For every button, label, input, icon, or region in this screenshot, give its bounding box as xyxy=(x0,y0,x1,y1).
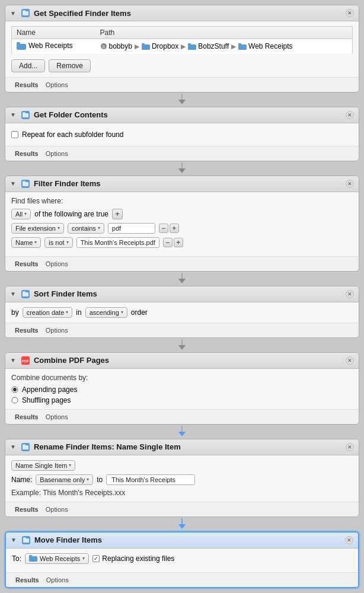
tab-options[interactable]: Options xyxy=(43,575,72,585)
filter-operator-select-2[interactable]: is not ▾ xyxy=(44,237,72,248)
collapse-button[interactable]: ▼ xyxy=(10,111,16,118)
close-button[interactable]: ✕ xyxy=(346,180,354,188)
block-combine-pdf-pages: ▼ PDF Combine PDF Pages ✕ Combine docume… xyxy=(5,352,359,425)
svg-rect-12 xyxy=(238,43,241,45)
tab-results[interactable]: Results xyxy=(11,149,42,158)
svg-marker-14 xyxy=(178,100,186,104)
name-type-select[interactable]: Basename only ▾ xyxy=(36,474,93,485)
tab-options[interactable]: Options xyxy=(42,326,72,335)
tab-options[interactable]: Options xyxy=(42,80,72,90)
finder-icon xyxy=(21,442,30,452)
remove-filter-button-2[interactable]: − xyxy=(163,238,173,247)
block-get-folder-contents: ▼ Get Folder Contents ✕ Repeat for each … xyxy=(5,107,359,161)
example-value: This Month's Receipts.xxx xyxy=(43,489,125,497)
filter-field-select-2[interactable]: Name ▾ xyxy=(11,237,41,248)
svg-point-34 xyxy=(12,397,18,403)
connector-6 xyxy=(0,517,364,531)
block-title: Combine PDF Pages xyxy=(34,356,354,365)
add-filter-button-1[interactable]: + xyxy=(170,224,179,233)
find-label: Find files where: xyxy=(11,197,353,205)
sort-field-select[interactable]: creation date ▾ xyxy=(23,307,73,318)
block-sort-finder-items: ▼ Sort Finder Items ✕ by creation date ▾… xyxy=(5,286,359,338)
block-rename-finder-items: ▼ Rename Finder Items: Name Single Item … xyxy=(5,439,359,517)
sort-order-select[interactable]: ascending ▾ xyxy=(85,307,127,318)
filter-value-2[interactable]: This Month's Receipts.pdf xyxy=(76,237,159,248)
block-footer: Results Options xyxy=(5,323,359,337)
connector-1 xyxy=(0,93,364,107)
example-label: Example: xyxy=(11,489,41,497)
tab-results[interactable]: Results xyxy=(11,80,42,90)
radio-selected-icon[interactable] xyxy=(11,386,18,393)
svg-text:PDF: PDF xyxy=(22,359,29,363)
chevron-down-icon: ▾ xyxy=(34,240,37,245)
svg-rect-10 xyxy=(188,43,191,45)
add-filter-button-2[interactable]: + xyxy=(174,238,183,247)
finder-icon xyxy=(21,289,30,299)
block-body: Repeat for each subfolder found xyxy=(5,123,359,146)
collapse-button[interactable]: ▼ xyxy=(10,444,16,450)
tab-options[interactable]: Options xyxy=(42,259,72,269)
collapse-button[interactable]: ▼ xyxy=(10,10,16,17)
svg-rect-7 xyxy=(142,44,150,50)
collapse-button[interactable]: ▼ xyxy=(11,537,17,543)
all-select[interactable]: All ▾ xyxy=(11,209,31,219)
block-title: Get Specified Finder Items xyxy=(34,9,354,18)
svg-rect-2 xyxy=(23,10,25,12)
replace-checkbox[interactable] xyxy=(92,555,100,562)
radio-row-shuffling: Shuffling pages xyxy=(11,396,353,404)
close-button[interactable]: ✕ xyxy=(345,536,353,544)
close-button[interactable]: ✕ xyxy=(346,111,354,119)
add-button[interactable]: Add... xyxy=(11,59,45,72)
close-button[interactable]: ✕ xyxy=(346,443,354,451)
svg-rect-43 xyxy=(23,538,29,543)
tab-options[interactable]: Options xyxy=(42,505,72,514)
collapse-button[interactable]: ▼ xyxy=(10,291,16,297)
tab-options[interactable]: Options xyxy=(42,412,72,422)
checkbox-label: Repeat for each subfolder found xyxy=(22,130,123,139)
filter-field-select-1[interactable]: File extension ▾ xyxy=(11,223,64,234)
svg-rect-46 xyxy=(29,555,32,557)
filter-value-1[interactable]: pdf xyxy=(108,223,155,234)
filter-operator-select-1[interactable]: contains ▾ xyxy=(68,223,104,234)
collapse-button[interactable]: ▼ xyxy=(10,180,16,187)
filter-row-2: Name ▾ is not ▾ This Month's Receipts.pd… xyxy=(11,237,353,248)
tab-results[interactable]: Results xyxy=(11,259,42,269)
remove-filter-button-1[interactable]: − xyxy=(159,224,168,233)
col-name: Name xyxy=(12,27,95,39)
example-row: Example: This Month's Receipts.xxx xyxy=(11,489,353,497)
destination-select[interactable]: Web Receipts ▾ xyxy=(25,553,89,564)
name-value-input[interactable]: This Month's Receipts xyxy=(106,474,195,485)
tab-results[interactable]: Results xyxy=(12,575,43,585)
collapse-button[interactable]: ▼ xyxy=(10,357,16,364)
action-buttons: Add... Remove xyxy=(11,59,353,72)
tab-results[interactable]: Results xyxy=(11,412,42,422)
block-body: To: Web Receipts ▾ Replacing existing fi… xyxy=(6,549,358,572)
radio-label-appending: Appending pages xyxy=(22,385,77,394)
folder-item: Web Receipts xyxy=(17,42,72,50)
tab-results[interactable]: Results xyxy=(11,505,42,514)
block-title: Sort Finder Items xyxy=(34,289,354,298)
subfolder-checkbox[interactable] xyxy=(11,131,18,138)
radio-unselected-icon[interactable] xyxy=(11,397,18,404)
remove-button[interactable]: Remove xyxy=(49,59,91,72)
workflow-container: ▼ Get Specified Finder Items ✕ Name Path xyxy=(0,5,364,588)
add-filter-button[interactable]: + xyxy=(112,209,123,219)
close-button[interactable]: ✕ xyxy=(346,356,354,365)
rename-mode-select[interactable]: Name Single Item ▾ xyxy=(11,460,75,471)
in-label: in xyxy=(76,308,81,317)
table-row: Web Receipts b bobbyb ▶ xyxy=(12,39,353,55)
svg-rect-8 xyxy=(142,43,145,45)
block-get-specified-finder-items: ▼ Get Specified Finder Items ✕ Name Path xyxy=(5,5,359,93)
destination-row: To: Web Receipts ▾ Replacing existing fi… xyxy=(12,553,352,564)
tab-results[interactable]: Results xyxy=(11,326,42,335)
close-button[interactable]: ✕ xyxy=(346,9,354,17)
svg-point-33 xyxy=(13,388,17,391)
finder-items-table: Name Path Web Receipts xyxy=(11,26,353,55)
finder-icon xyxy=(21,535,31,545)
close-button[interactable]: ✕ xyxy=(346,290,354,298)
tab-options[interactable]: Options xyxy=(42,149,72,158)
svg-rect-22 xyxy=(23,181,25,183)
combine-label: Combine documents by: xyxy=(11,374,353,382)
block-header: ▼ Sort Finder Items ✕ xyxy=(5,286,359,302)
order-label: order xyxy=(131,308,148,317)
